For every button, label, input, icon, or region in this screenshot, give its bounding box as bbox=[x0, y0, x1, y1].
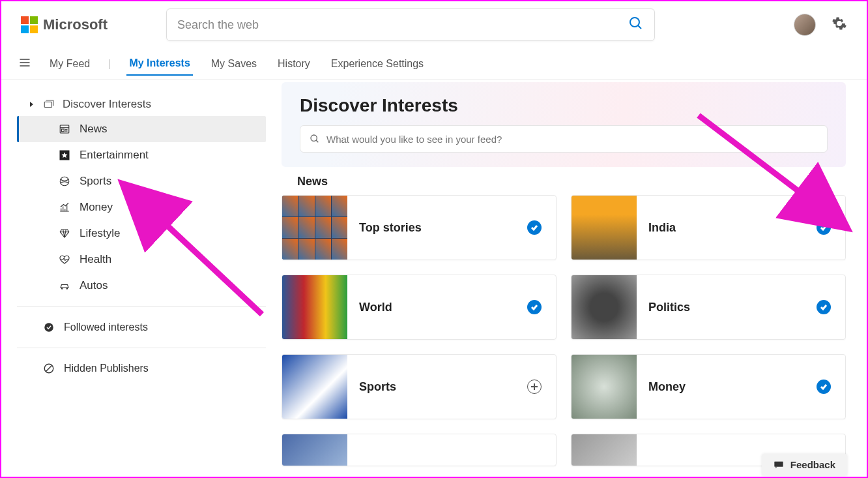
nav-divider: | bbox=[108, 58, 111, 70]
news-icon bbox=[59, 123, 70, 135]
ball-icon bbox=[59, 175, 70, 187]
svg-point-0 bbox=[630, 18, 639, 27]
tab-my-saves[interactable]: My Saves bbox=[209, 53, 259, 75]
add-interest-icon[interactable] bbox=[527, 380, 542, 394]
sidebar-item-label: Entertainment bbox=[80, 149, 149, 162]
sidebar-item-health[interactable]: Health bbox=[17, 246, 266, 273]
card-partial[interactable] bbox=[282, 434, 557, 466]
card-label: Money bbox=[637, 380, 817, 394]
header-actions bbox=[794, 14, 847, 36]
star-icon bbox=[59, 149, 70, 161]
feedback-button[interactable]: Feedback bbox=[762, 454, 847, 475]
microsoft-logo-icon bbox=[21, 16, 38, 33]
content: Discover Interests News Entertainment Sp… bbox=[1, 80, 867, 477]
sidebar-item-sports[interactable]: Sports bbox=[17, 168, 266, 194]
cards-grid: Top stories India World Politics Spo bbox=[282, 195, 846, 466]
card-thumbnail bbox=[282, 434, 347, 466]
web-search-bar[interactable] bbox=[166, 8, 655, 41]
card-label: Sports bbox=[347, 380, 527, 394]
sidebar-item-money[interactable]: Money bbox=[17, 194, 266, 220]
sidebar-item-entertainment[interactable]: Entertainment bbox=[17, 142, 266, 168]
nav-tabs: My Feed | My Interests My Saves History … bbox=[1, 48, 867, 80]
card-top-stories[interactable]: Top stories bbox=[282, 195, 557, 260]
card-label: India bbox=[637, 221, 817, 235]
tab-history[interactable]: History bbox=[275, 53, 313, 75]
avatar[interactable] bbox=[794, 14, 816, 36]
svg-point-15 bbox=[44, 323, 53, 332]
card-world[interactable]: World bbox=[282, 275, 557, 340]
sidebar-header-label: Discover Interests bbox=[63, 98, 151, 111]
sidebar-link-label: Followed interests bbox=[64, 321, 148, 333]
svg-point-18 bbox=[311, 135, 317, 141]
tab-my-feed[interactable]: My Feed bbox=[47, 53, 93, 75]
sidebar-divider bbox=[17, 306, 266, 307]
section-title: News bbox=[297, 175, 846, 188]
cards-icon bbox=[43, 99, 55, 110]
web-search-input[interactable] bbox=[177, 18, 628, 32]
followed-check-icon[interactable] bbox=[817, 380, 831, 394]
svg-line-19 bbox=[316, 140, 318, 142]
sidebar: Discover Interests News Entertainment Sp… bbox=[1, 80, 282, 477]
card-thumbnail bbox=[571, 275, 637, 340]
car-icon bbox=[59, 280, 70, 291]
sidebar-item-label: News bbox=[80, 123, 108, 136]
chevron-right-icon bbox=[29, 101, 35, 108]
card-thumbnail bbox=[282, 195, 347, 260]
sidebar-item-label: Health bbox=[80, 253, 111, 266]
svg-rect-22 bbox=[774, 461, 783, 466]
sidebar-item-label: Sports bbox=[80, 175, 111, 188]
followed-check-icon[interactable] bbox=[527, 220, 542, 235]
sidebar-hidden-publishers[interactable]: Hidden Publishers bbox=[17, 356, 266, 381]
sidebar-item-news[interactable]: News bbox=[17, 116, 266, 142]
sidebar-item-label: Lifestyle bbox=[80, 227, 120, 240]
card-thumbnail bbox=[282, 275, 347, 340]
svg-point-14 bbox=[66, 288, 68, 290]
sidebar-divider bbox=[17, 348, 266, 348]
card-money[interactable]: Money bbox=[571, 354, 846, 419]
block-icon bbox=[43, 363, 55, 374]
card-thumbnail bbox=[571, 354, 637, 419]
card-label: Top stories bbox=[347, 221, 527, 235]
sidebar-header[interactable]: Discover Interests bbox=[17, 93, 266, 116]
card-sports[interactable]: Sports bbox=[282, 354, 557, 419]
feedback-icon bbox=[774, 460, 784, 470]
svg-line-1 bbox=[638, 25, 641, 29]
svg-point-13 bbox=[62, 288, 63, 290]
card-thumbnail bbox=[571, 195, 637, 260]
search-icon[interactable] bbox=[628, 16, 644, 34]
hamburger-icon[interactable] bbox=[18, 56, 31, 72]
chart-up-icon bbox=[59, 202, 70, 213]
tab-experience-settings[interactable]: Experience Settings bbox=[328, 53, 426, 75]
sidebar-item-label: Autos bbox=[80, 279, 108, 292]
svg-point-12 bbox=[60, 177, 69, 186]
tab-my-interests[interactable]: My Interests bbox=[126, 52, 192, 76]
followed-check-icon[interactable] bbox=[527, 300, 542, 314]
header: Microsoft bbox=[1, 1, 867, 48]
followed-check-icon[interactable] bbox=[817, 300, 831, 314]
card-politics[interactable]: Politics bbox=[571, 275, 846, 340]
card-thumbnail bbox=[282, 354, 347, 419]
svg-rect-10 bbox=[62, 129, 65, 132]
svg-line-17 bbox=[46, 366, 52, 372]
sidebar-item-label: Money bbox=[80, 201, 113, 214]
followed-check-icon[interactable] bbox=[817, 220, 831, 235]
card-label: Politics bbox=[637, 301, 817, 314]
card-india[interactable]: India bbox=[571, 195, 846, 260]
diamond-icon bbox=[59, 228, 70, 239]
brand-logo[interactable]: Microsoft bbox=[21, 16, 108, 33]
card-label: World bbox=[347, 301, 527, 314]
hero-banner: Discover Interests bbox=[282, 82, 846, 167]
card-thumbnail bbox=[571, 434, 637, 466]
main: Discover Interests News Top stories Indi… bbox=[282, 80, 867, 477]
hero-search[interactable] bbox=[300, 125, 828, 153]
brand-name: Microsoft bbox=[43, 16, 108, 33]
feedback-label: Feedback bbox=[790, 459, 835, 470]
sidebar-followed-interests[interactable]: Followed interests bbox=[17, 315, 266, 340]
sidebar-link-label: Hidden Publishers bbox=[64, 363, 149, 374]
sidebar-item-lifestyle[interactable]: Lifestyle bbox=[17, 220, 266, 246]
search-icon bbox=[310, 134, 320, 144]
hero-title: Discover Interests bbox=[300, 95, 828, 116]
hero-search-input[interactable] bbox=[326, 134, 818, 145]
gear-icon[interactable] bbox=[832, 16, 847, 34]
sidebar-item-autos[interactable]: Autos bbox=[17, 273, 266, 299]
